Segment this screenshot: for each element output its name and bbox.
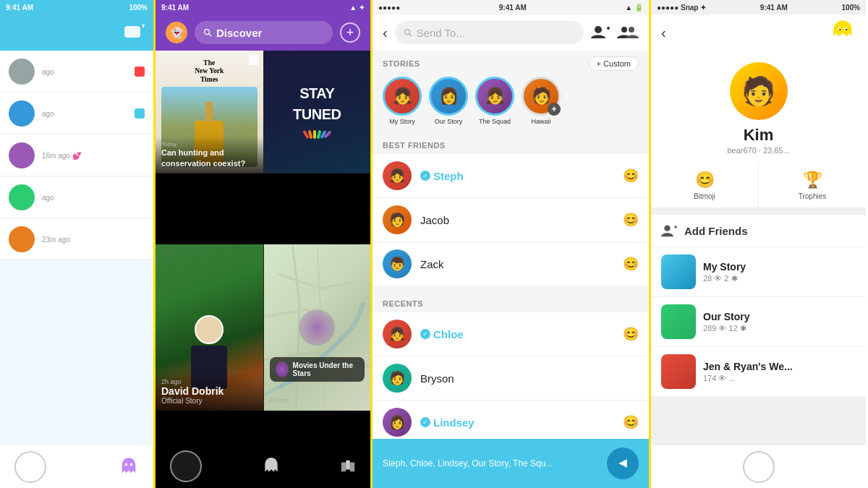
card-time: Today	[161, 141, 258, 147]
panel-send-to: ●●●●● 9:41 AM ▲ 🔋 ‹ Send To...	[373, 0, 651, 488]
trophies-tab-label: Trophies	[799, 192, 827, 200]
battery-4: 100%	[841, 4, 860, 12]
camera-shutter[interactable]	[14, 451, 46, 483]
story-avatar-my: 👧	[383, 77, 422, 116]
jen-story-info: Jen & Ryan's We... 174 👁 ...	[703, 361, 856, 382]
our-story-info: Our Story 289 👁 12 ✱	[703, 311, 856, 333]
wifi-icon: ▲ ✦	[349, 4, 365, 12]
discover-search[interactable]: Discover	[195, 21, 333, 44]
friend-chloe[interactable]: 👧 ✓ Chloe 😊	[373, 312, 649, 356]
story-our[interactable]: 👩 Our Story	[429, 77, 468, 125]
story-squad[interactable]: 👧 The Squad	[475, 77, 514, 125]
wifi-3: ▲ 🔋	[625, 4, 643, 12]
svg-rect-7	[341, 463, 346, 472]
battery-1: 100%	[129, 4, 148, 12]
map-card[interactable]: Movies Under the Stars 4m ago	[263, 244, 371, 411]
message-item[interactable]: ago	[0, 93, 153, 134]
dots-3: ●●●●●	[378, 4, 400, 12]
emoji-jacob: 😊	[623, 212, 639, 228]
send-bar: Steph, Chloe, Lindsey, Our Story, The Sq…	[373, 439, 649, 488]
new-chat-icon[interactable]	[124, 25, 145, 40]
user-avatar[interactable]: 👻	[166, 22, 187, 43]
map-event-label: Movies Under the Stars	[293, 361, 359, 377]
time-2: 9:41 AM	[161, 4, 189, 12]
discover-grid: TheNew YorkTimes Today Can hunting and c…	[156, 51, 370, 481]
time-4: 9:41 AM	[760, 4, 788, 12]
search-icon	[203, 28, 212, 37]
friend-jacob[interactable]: 🧑 Jacob 😊	[373, 198, 649, 242]
snapchat-logo	[830, 18, 856, 44]
panel-profile: ●●●●● Snap ✦ 9:41 AM 100% ‹ 🧑 Kim bear67…	[651, 0, 866, 488]
msg-time: 16m ago 💕	[42, 152, 81, 160]
send-button[interactable]	[607, 448, 639, 479]
map-bg	[264, 244, 371, 411]
message-item[interactable]: 16m ago 💕	[0, 134, 153, 176]
send-to-placeholder: Send To...	[417, 27, 465, 39]
friend-name-bryson: Bryson	[420, 372, 639, 385]
plus-button[interactable]: +	[340, 22, 360, 43]
svg-point-10	[404, 30, 409, 35]
message-item[interactable]: 23m ago	[0, 218, 153, 260]
back-button[interactable]: ‹	[383, 25, 388, 41]
david-dobrik-card[interactable]: 2h ago David Dobrik Official Story	[156, 244, 263, 411]
friend-bryson[interactable]: 🧑 Bryson	[373, 356, 649, 401]
add-friend-icon[interactable]	[591, 24, 610, 41]
friend-steph[interactable]: 👧 ✓ Steph 😊	[373, 154, 649, 198]
story-name-hawaii: Hawaii	[531, 118, 550, 125]
recents-header: RECENTS	[373, 291, 649, 312]
avatar-bryson: 🧑	[383, 364, 412, 393]
friend-lindsey[interactable]: 👩 ✓ Lindsey 😊	[373, 401, 649, 445]
card-time-david: 2h ago	[161, 378, 258, 385]
custom-button[interactable]: + Custom	[589, 56, 639, 71]
bookmark-icon	[249, 55, 259, 65]
ghost-icon-2[interactable]	[262, 457, 281, 476]
message-item[interactable]: ago	[0, 51, 153, 93]
jen-story-row[interactable]: Jen & Ryan's We... 174 👁 ...	[651, 347, 866, 397]
tuned-text: TUNED	[293, 106, 341, 123]
profile-bottom-nav	[651, 445, 866, 488]
avatar-steph: 👧	[383, 161, 412, 190]
stories-section: STORIES + Custom 👧 My Story 👩 Our Story …	[373, 51, 649, 128]
status-bar-4: ●●●●● Snap ✦ 9:41 AM 100%	[651, 0, 866, 14]
bitmoji-avatar[interactable]: 🧑	[730, 62, 788, 120]
my-story-thumb	[661, 254, 696, 289]
tab-trophies[interactable]: 🏆 Trophies	[759, 163, 866, 207]
avatar-jacob: 🧑	[383, 205, 412, 234]
send-search-bar[interactable]: Send To...	[395, 21, 584, 44]
group-icon[interactable]	[617, 24, 639, 41]
ghost-nav-icon[interactable]	[119, 457, 139, 477]
profile-back-button[interactable]: ‹	[661, 25, 666, 41]
my-story-row[interactable]: My Story 28 👁 2 ✱	[651, 247, 866, 297]
svg-point-20	[839, 29, 841, 30]
our-story-row[interactable]: Our Story 289 👁 12 ✱	[651, 297, 866, 347]
profile-sub: bear670 · 23,65...	[727, 146, 789, 155]
tab-bitmoji[interactable]: 😊 Bitmoji	[651, 163, 759, 207]
face	[195, 315, 224, 344]
story-my[interactable]: 👧 My Story	[383, 77, 422, 125]
messages-list: ago ago 16m ago 💕	[0, 51, 153, 260]
our-story-thumb	[661, 304, 696, 339]
nbc-logo	[305, 130, 329, 139]
friend-zack[interactable]: 👦 Zack 😊	[373, 242, 649, 286]
friend-name-steph: Steph	[433, 170, 464, 182]
message-item[interactable]: ago	[0, 176, 153, 218]
emoji-steph: 😊	[623, 168, 639, 184]
best-friends-list: 👧 ✓ Steph 😊 🧑 Jacob 😊 👦 Zack 😊	[373, 154, 649, 286]
nyt-card[interactable]: TheNew YorkTimes Today Can hunting and c…	[156, 51, 263, 174]
map-overlay: Movies Under the Stars	[270, 357, 365, 382]
jen-story-thumb	[661, 354, 696, 389]
staytuned-card[interactable]: STAY TUNED	[263, 51, 371, 174]
story-hawaii[interactable]: 🧑 + Hawaii	[522, 77, 561, 125]
my-story-info: My Story 28 👁 2 ✱	[703, 261, 856, 283]
camera-shutter-4[interactable]	[743, 451, 775, 483]
status-bar-3: ●●●●● 9:41 AM ▲ 🔋	[373, 0, 649, 14]
svg-point-16	[629, 27, 634, 33]
avatar	[9, 100, 35, 127]
emoji-chloe: 😊	[623, 326, 639, 342]
map-icon-nav[interactable]	[340, 458, 356, 474]
add-friends-row[interactable]: Add Friends	[651, 214, 866, 247]
chat-header	[0, 14, 153, 51]
giraffe-neck	[205, 102, 213, 122]
camera-shutter-2[interactable]	[170, 450, 202, 482]
david-overlay: 2h ago David Dobrik Official Story	[156, 372, 263, 411]
